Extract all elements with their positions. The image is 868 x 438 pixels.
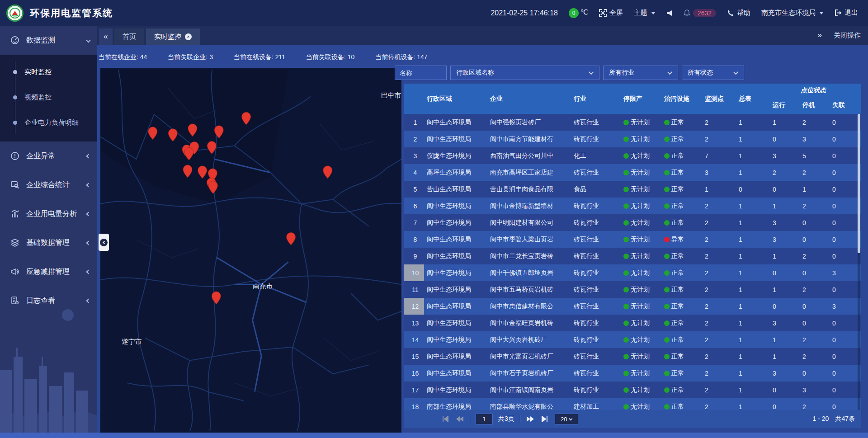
theme-dropdown[interactable]: 主题 bbox=[634, 9, 656, 17]
cell-row-number: 17 bbox=[404, 381, 424, 398]
sidebar-collapse-toggle[interactable] bbox=[99, 234, 109, 251]
tab-home[interactable]: 首页 bbox=[114, 28, 144, 45]
cell-row-number: 12 bbox=[404, 298, 424, 315]
cell-lost-count: 0 bbox=[830, 281, 861, 298]
cityscape-decoration bbox=[0, 302, 97, 438]
sidebar-group[interactable]: 应急减排管理 bbox=[0, 257, 97, 286]
tab-close-icon[interactable]: × bbox=[185, 33, 192, 40]
tab-scroll-left-button[interactable]: « bbox=[99, 28, 113, 45]
speaker-icon bbox=[666, 10, 673, 16]
status-dot-icon bbox=[664, 237, 670, 242]
sidebar-group[interactable]: 企业异常 bbox=[0, 141, 97, 170]
tab-realtime-monitor[interactable]: 实时监控 × bbox=[146, 28, 200, 45]
cell-company: 阆中市五马桥页岩机砖 bbox=[487, 281, 571, 298]
chevron-icon bbox=[86, 154, 91, 158]
cell-industry: 砖瓦行业 bbox=[571, 264, 621, 281]
sidebar-group[interactable]: 企业综合统计 bbox=[0, 170, 97, 199]
cell-lost-count: 3 bbox=[830, 264, 861, 281]
sidebar-subitem[interactable]: 企业电力负荷明细 bbox=[0, 110, 97, 135]
cell-run-count: 1 bbox=[770, 348, 800, 365]
next-page-button[interactable] bbox=[526, 415, 535, 423]
table-row[interactable]: 4 高坪生态环境局 南充市高坪区王家店建 砖瓦行业 无计划 正常 3 1 2 2… bbox=[404, 164, 861, 181]
cell-meter-count: 1 bbox=[736, 214, 770, 231]
sidebar-subitem[interactable]: 视频监控 bbox=[0, 85, 97, 110]
notifications-button[interactable]: 2632 bbox=[684, 9, 716, 17]
cell-pollution-facility-status: 正常 bbox=[661, 248, 702, 264]
cell-run-count: 1 bbox=[770, 198, 800, 214]
bell-icon bbox=[684, 9, 690, 17]
cell-row-number: 11 bbox=[404, 281, 424, 298]
table-row[interactable]: 17 阆中生态环境局 阆中市江南镇阆南页岩 砖瓦行业 无计划 正常 2 1 0 … bbox=[404, 381, 861, 398]
table-row[interactable]: 7 阆中生态环境局 阆中明阳建材有限公司 砖瓦行业 无计划 正常 2 1 3 0… bbox=[404, 214, 861, 231]
logout-button[interactable]: 退出 bbox=[835, 9, 858, 17]
cell-row-number: 7 bbox=[404, 214, 424, 231]
cell-run-count: 3 bbox=[770, 315, 800, 331]
scrollbar-thumb[interactable] bbox=[858, 114, 860, 253]
layers-icon bbox=[10, 238, 20, 248]
cell-company: 南部县顺华水泥有限公 bbox=[487, 398, 571, 410]
status-dot-icon bbox=[623, 254, 629, 259]
prev-page-button[interactable] bbox=[455, 415, 464, 423]
fullscreen-button[interactable]: 全屏 bbox=[599, 9, 623, 17]
sidebar-group[interactable]: 数据监测 bbox=[0, 26, 97, 55]
tab-scroll-right-button[interactable]: » bbox=[818, 31, 822, 40]
table-row[interactable]: 9 阆中生态环境局 阆中市二龙长宝页岩砖 砖瓦行业 无计划 正常 2 1 1 2… bbox=[404, 248, 861, 264]
last-page-button[interactable] bbox=[540, 415, 549, 423]
sidebar-subitem[interactable]: 实时监控 bbox=[0, 59, 97, 85]
mute-button[interactable] bbox=[666, 10, 673, 16]
page-size-select[interactable]: 20 bbox=[555, 414, 578, 424]
cell-company: 阆中强锐页岩砖厂 bbox=[487, 114, 571, 131]
cell-lost-count: 0 bbox=[830, 315, 861, 331]
close-operations-button[interactable]: 关闭操作 bbox=[834, 31, 861, 40]
table-scrollbar[interactable] bbox=[858, 114, 860, 410]
table-row[interactable]: 15 阆中生态环境局 阆中市光富页岩机砖厂 砖瓦行业 无计划 正常 2 1 1 … bbox=[404, 348, 861, 365]
table-row[interactable]: 12 阆中生态环境局 阆中市忠信建材有限公 砖瓦行业 无计划 正常 2 1 0 … bbox=[404, 298, 861, 315]
cell-row-number: 4 bbox=[404, 164, 424, 181]
sidebar-group[interactable]: 基础数据管理 bbox=[0, 228, 97, 257]
industry-select[interactable]: 所有行业 bbox=[603, 66, 678, 80]
col-industry: 行业 bbox=[571, 84, 621, 114]
col-meter: 总表 bbox=[736, 84, 770, 114]
col-ptc: 停限产 bbox=[621, 84, 661, 114]
cell-monitor-count: 2 bbox=[702, 131, 736, 147]
cell-region: 仪陇生态环境局 bbox=[424, 147, 487, 164]
table-row[interactable]: 10 阆中生态环境局 阆中千佛镇五郎垭页岩 砖瓦行业 无计划 正常 2 1 0 … bbox=[404, 264, 861, 281]
table-row[interactable]: 18 南部生态环境局 南部县顺华水泥有限公 建材加工 无计划 正常 2 1 0 … bbox=[404, 398, 861, 410]
table-row[interactable]: 8 阆中生态环境局 阆中市枣碧大梁山页岩 砖瓦行业 无计划 异常 2 1 3 0… bbox=[404, 231, 861, 248]
cell-production-limit-status: 无计划 bbox=[621, 131, 661, 147]
org-dropdown[interactable]: 南充市生态环境局 bbox=[761, 9, 824, 17]
cell-monitor-count: 2 bbox=[702, 198, 736, 214]
table-row[interactable]: 16 阆中生态环境局 阆中市石子页岩机砖厂 砖瓦行业 无计划 正常 2 1 3 … bbox=[404, 365, 861, 381]
status-select[interactable]: 所有状态 bbox=[682, 66, 744, 80]
name-search-input[interactable] bbox=[395, 66, 447, 80]
table-row[interactable]: 2 阆中生态环境局 阆中市南方节能建材有 砖瓦行业 无计划 正常 2 1 0 3… bbox=[404, 131, 861, 147]
cell-lost-count: 0 bbox=[830, 348, 861, 365]
cell-run-count: 3 bbox=[770, 365, 800, 381]
table-row[interactable]: 1 阆中生态环境局 阆中强锐页岩砖厂 砖瓦行业 无计划 正常 2 1 1 2 0 bbox=[404, 114, 861, 131]
table-row[interactable]: 14 阆中生态环境局 阆中大兴页岩机砖厂 砖瓦行业 无计划 正常 2 1 1 2… bbox=[404, 331, 861, 348]
cell-stop-count: 2 bbox=[800, 164, 830, 181]
first-page-button[interactable] bbox=[441, 415, 450, 423]
map-panel[interactable]: 巴中市 南充市 遂宁市 bbox=[100, 68, 401, 433]
help-button[interactable]: 帮助 bbox=[727, 9, 750, 17]
cell-monitor-count: 2 bbox=[702, 315, 736, 331]
cell-run-count: 0 bbox=[770, 398, 800, 410]
table-row[interactable]: 3 仪陇生态环境局 西南油气田分公司川中 化工 无计划 正常 7 1 3 5 0 bbox=[404, 147, 861, 164]
cell-meter-count: 1 bbox=[736, 298, 770, 315]
table-row[interactable]: 5 营山生态环境局 营山县润丰肉食品有限 食品 无计划 正常 1 0 0 1 0 bbox=[404, 181, 861, 198]
table-row[interactable]: 11 阆中生态环境局 阆中市五马桥页岩机砖 砖瓦行业 无计划 正常 2 1 1 … bbox=[404, 281, 861, 298]
status-item: 当前失联企业: 3 bbox=[168, 53, 213, 61]
cell-monitor-count: 1 bbox=[702, 181, 736, 198]
gauge-icon bbox=[10, 35, 20, 45]
cell-production-limit-status: 无计划 bbox=[621, 398, 661, 410]
region-select[interactable]: 行政区域名称 bbox=[450, 66, 599, 80]
status-dot-icon bbox=[623, 287, 629, 292]
cell-monitor-count: 2 bbox=[702, 281, 736, 298]
sidebar-group[interactable]: 企业用电量分析 bbox=[0, 199, 97, 228]
page-number-input[interactable] bbox=[476, 414, 493, 424]
table-row[interactable]: 6 阆中生态环境局 阆中市金博瑞新型墙材 砖瓦行业 无计划 正常 2 1 1 2… bbox=[404, 198, 861, 214]
cell-stop-count: 0 bbox=[800, 365, 830, 381]
table-row[interactable]: 13 阆中生态环境局 阆中市金福旺页岩机砖 砖瓦行业 无计划 正常 2 1 3 … bbox=[404, 315, 861, 331]
status-dot-icon bbox=[623, 187, 629, 192]
cell-industry: 砖瓦行业 bbox=[571, 298, 621, 315]
